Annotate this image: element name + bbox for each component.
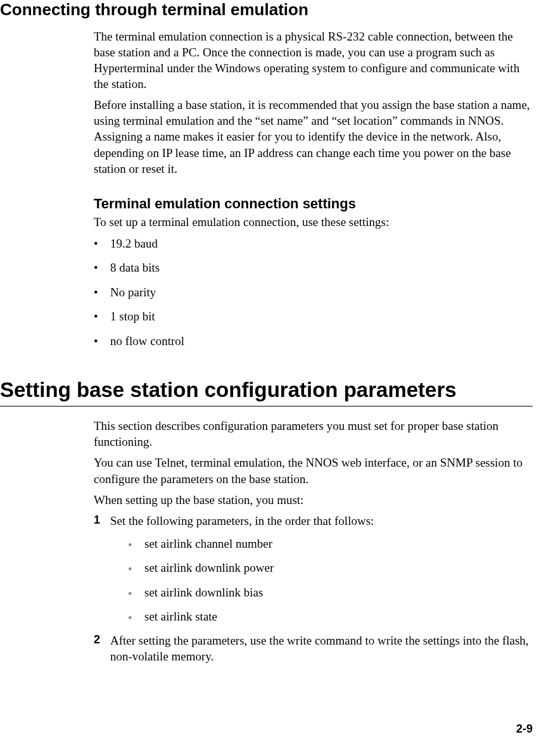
section2-para1: This section describes configuration par…: [94, 418, 533, 450]
section1-heading: Connecting through terminal emulation: [0, 0, 533, 20]
section2-heading: Setting base station configuration param…: [0, 378, 533, 406]
list-item: 19.2 baud: [94, 235, 533, 253]
list-item: set airlink state: [128, 608, 533, 626]
steps-list: 1 Set the following parameters, in the o…: [94, 513, 533, 664]
step1-sublist: set airlink channel number set airlink d…: [128, 535, 533, 626]
section1-para2: Before installing a base station, it is …: [94, 97, 533, 176]
section1-body: The terminal emulation connection is a p…: [94, 28, 533, 350]
list-item: 8 data bits: [94, 259, 533, 277]
step-number: 2: [94, 633, 100, 648]
list-item: No parity: [94, 284, 533, 302]
list-item: no flow control: [94, 332, 533, 351]
connection-settings-list: 19.2 baud 8 data bits No parity 1 stop b…: [94, 235, 533, 351]
step-2: 2 After setting the parameters, use the …: [94, 633, 533, 664]
list-item: set airlink downlink bias: [128, 584, 533, 602]
page-number: 2-9: [516, 722, 533, 736]
section2-body: This section describes configuration par…: [94, 418, 533, 664]
list-item: set airlink downlink power: [128, 559, 533, 577]
step-number: 1: [94, 513, 100, 528]
step-text: Set the following parameters, in the ord…: [110, 514, 374, 527]
section1-sub-heading: Terminal emulation connection settings: [94, 196, 533, 212]
step-text: After setting the parameters, use the wr…: [110, 634, 529, 663]
section1-sub-intro: To set up a terminal emulation connectio…: [94, 214, 533, 230]
section2-para3: When setting up the base station, you mu…: [94, 492, 533, 508]
section2-para2: You can use Telnet, terminal emulation, …: [94, 455, 533, 486]
list-item: set airlink channel number: [128, 535, 533, 553]
list-item: 1 stop bit: [94, 308, 533, 326]
section1-para1: The terminal emulation connection is a p…: [94, 28, 533, 92]
page-content: Connecting through terminal emulation Th…: [0, 0, 558, 664]
step-1: 1 Set the following parameters, in the o…: [94, 513, 533, 626]
